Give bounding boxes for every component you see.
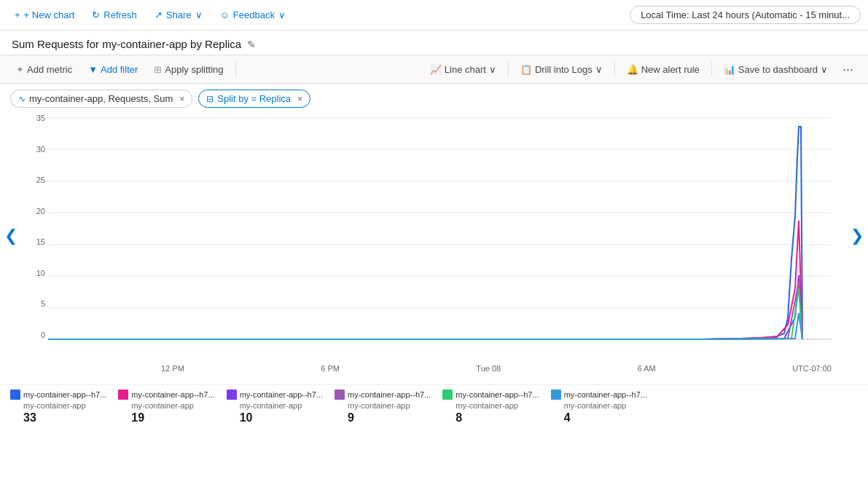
chevron-down-icon: ∨ — [821, 64, 828, 75]
filters-bar: ∿ my-container-app, Requests, Sum × ⊟ Sp… — [0, 84, 868, 114]
legend-label-2: my-container-app--h7... — [240, 390, 323, 399]
line-pink — [48, 221, 802, 339]
legend-value-3: 9 — [335, 411, 431, 424]
chevron-down-icon: ∨ — [595, 64, 603, 75]
new-alert-rule-button[interactable]: 🔔 New alert rule — [619, 61, 707, 78]
plus-icon: + — [15, 9, 20, 20]
edit-icon[interactable]: ✎ — [247, 39, 256, 50]
separator4 — [711, 62, 712, 76]
legend-swatch-3 — [335, 390, 345, 400]
refresh-icon: ↻ — [92, 9, 100, 20]
feedback-icon: ☺ — [220, 9, 230, 20]
legend-label-0: my-container-app--h7... — [23, 390, 106, 399]
legend-sub-5: my-container-app — [551, 401, 647, 410]
chevron-down-icon: ∨ — [278, 9, 286, 20]
legend-header-5: my-container-app--h7... — [551, 390, 647, 400]
chart-title: Sum Requests for my-container-app by Rep… — [12, 38, 241, 50]
more-button[interactable]: ··· — [837, 60, 859, 79]
chart-container: ❮ ❯ 0 5 10 15 20 25 30 35 — [0, 114, 868, 383]
add-metric-icon: ✦ — [16, 64, 24, 75]
line-chart-icon: 📈 — [430, 64, 442, 75]
legend-label-5: my-container-app--h7... — [564, 390, 647, 399]
legend-sub-1: my-container-app — [118, 401, 214, 410]
drill-into-logs-button[interactable]: 📋 Drill into Logs ∨ — [513, 61, 610, 78]
legend-value-0: 33 — [10, 411, 106, 424]
legend-value-4: 8 — [442, 411, 539, 424]
y-label-10: 10 — [7, 269, 45, 277]
legend-label-3: my-container-app--h7... — [348, 390, 431, 399]
chart-nav-right[interactable]: ❯ — [851, 226, 864, 245]
legend-swatch-4 — [442, 390, 453, 400]
legend-value-5: 4 — [551, 411, 647, 424]
split-filter-label: Split by = Replica — [217, 93, 291, 104]
metric-filter-tag[interactable]: ∿ my-container-app, Requests, Sum × — [10, 90, 192, 108]
legend-header-3: my-container-app--h7... — [335, 390, 431, 400]
dashboard-icon: 📊 — [724, 64, 735, 75]
legend-value-2: 10 — [227, 411, 323, 424]
metrics-right: 📈 Line chart ∨ 📋 Drill into Logs ∨ 🔔 New… — [423, 60, 859, 79]
y-label-35: 35 — [7, 114, 45, 122]
metric-filter-close[interactable]: × — [179, 94, 184, 104]
legend-swatch-0 — [10, 390, 20, 400]
split-icon: ⊟ — [206, 94, 214, 104]
chart-inner: 12 PM 6 PM Tue 08 6 AM UTC-07:00 — [48, 114, 832, 383]
legend-item-2: my-container-app--h7... my-container-app… — [227, 390, 323, 424]
legend-sub-2: my-container-app — [227, 401, 323, 410]
filter-icon: ▼ — [88, 64, 98, 75]
y-label-20: 20 — [7, 207, 45, 216]
separator — [235, 62, 236, 76]
save-to-dashboard-button[interactable]: 📊 Save to dashboard ∨ — [716, 61, 835, 78]
legend-sub-0: my-container-app — [10, 401, 106, 410]
x-utc-label: UTC-07:00 — [792, 364, 832, 373]
line-purple — [48, 275, 802, 339]
chart-svg — [48, 114, 832, 361]
time-range-container: Local Time: Last 24 hours (Automatic - 1… — [630, 6, 861, 24]
alert-icon: 🔔 — [627, 64, 638, 75]
drill-icon: 📋 — [520, 64, 532, 75]
x-label-6am: 6 AM — [638, 364, 656, 373]
refresh-button[interactable]: ↻ Refresh — [85, 7, 144, 23]
legend-swatch-2 — [227, 390, 237, 400]
legend-value-1: 19 — [118, 411, 214, 424]
legend-item-0: my-container-app--h7... my-container-app… — [10, 390, 106, 424]
metrics-bar: ✦ Add metric ▼ Add filter ⊞ Apply splitt… — [0, 55, 868, 84]
chart-nav-left[interactable]: ❮ — [4, 226, 17, 245]
legend-header-2: my-container-app--h7... — [227, 390, 323, 400]
add-filter-button[interactable]: ▼ Add filter — [81, 61, 145, 78]
split-filter-close[interactable]: × — [297, 94, 302, 104]
y-label-0: 0 — [7, 331, 45, 339]
legend-item-3: my-container-app--h7... my-container-app… — [335, 390, 431, 424]
x-label-tue08: Tue 08 — [476, 364, 501, 373]
line-light-blue — [48, 313, 802, 339]
separator3 — [614, 62, 615, 76]
split-filter-tag[interactable]: ⊟ Split by = Replica × — [198, 90, 310, 108]
wave-icon: ∿ — [18, 94, 26, 104]
time-range-button[interactable]: Local Time: Last 24 hours (Automatic - 1… — [630, 6, 861, 24]
legend-sub-4: my-container-app — [442, 401, 539, 410]
feedback-button[interactable]: ☺ Feedback ∨ — [213, 7, 293, 23]
legend-label-1: my-container-app--h7... — [131, 390, 214, 399]
legend-item-4: my-container-app--h7... my-container-app… — [442, 390, 539, 424]
legend-bar: my-container-app--h7... my-container-app… — [0, 384, 868, 427]
chart-title-bar: Sum Requests for my-container-app by Rep… — [0, 31, 868, 55]
x-label-12pm: 12 PM — [161, 364, 184, 373]
line-light-purple — [48, 282, 802, 339]
line-green — [48, 288, 802, 339]
legend-label-4: my-container-app--h7... — [455, 390, 539, 399]
y-label-25: 25 — [7, 175, 45, 184]
legend-swatch-5 — [551, 390, 561, 400]
legend-header-1: my-container-app--h7... — [118, 390, 214, 400]
apply-splitting-button[interactable]: ⊞ Apply splitting — [146, 61, 230, 78]
splitting-icon: ⊞ — [154, 64, 162, 75]
x-label-6pm: 6 PM — [321, 364, 340, 373]
share-icon: ↗ — [155, 9, 163, 20]
legend-sub-3: my-container-app — [335, 401, 431, 410]
separator2 — [508, 62, 509, 76]
new-chart-button[interactable]: + + New chart — [7, 7, 82, 23]
share-button[interactable]: ↗ Share ∨ — [147, 7, 210, 23]
metric-filter-label: my-container-app, Requests, Sum — [29, 93, 173, 104]
legend-swatch-1 — [118, 390, 128, 400]
line-chart-button[interactable]: 📈 Line chart ∨ — [423, 61, 504, 78]
y-label-30: 30 — [7, 145, 45, 154]
add-metric-button[interactable]: ✦ Add metric — [9, 61, 79, 78]
